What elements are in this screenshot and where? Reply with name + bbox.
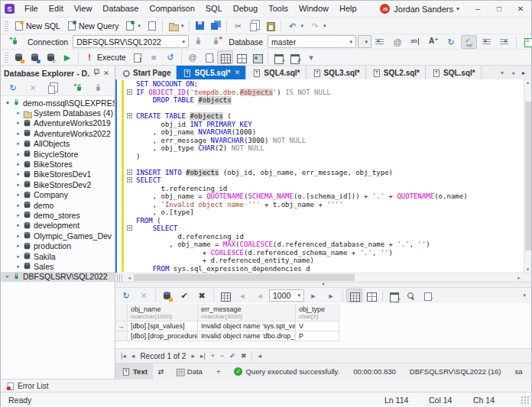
cut-button[interactable] [229,19,246,33]
vscroll-thumb[interactable] [525,102,531,250]
first-page-button[interactable] [234,289,251,302]
text-view-tab[interactable]: Text [115,363,153,380]
cancel-edit-icon[interactable]: ✖ [241,352,247,360]
new-object-button[interactable] [144,19,160,33]
navigator-scroll-left-icon[interactable]: ◂ [258,352,261,360]
tree-expander-icon[interactable]: ▸ [15,131,22,137]
last-record-icon[interactable]: ▸| [200,352,206,360]
maximize-button[interactable]: □ [488,1,510,17]
fold-collapse-icon[interactable] [127,225,132,231]
edit-database-button[interactable] [11,50,27,64]
disconnect-button[interactable]: × [208,35,224,49]
database-select[interactable]: master▾ [268,35,356,48]
schema-select[interactable]: ▾ [358,35,371,48]
previous-record-icon[interactable]: ◂ [131,352,135,360]
tree-expander-icon[interactable]: ▸ [15,171,22,177]
increase-indent-button[interactable] [496,35,512,49]
results-grid-button[interactable] [217,50,233,64]
tree-item-system-databases-4-[interactable]: ▸System Databases (4) [1,108,115,118]
tree-item-bicyclestore[interactable]: ▸BicycleStore [1,149,115,159]
tree-item-demo-stores[interactable]: ▸demo_stores [1,210,115,220]
results-toolbar-options-icon[interactable]: ▾ [523,292,529,299]
menu-item-comparison[interactable]: Comparison [144,1,200,17]
scroll-up-icon[interactable]: ▲ [526,80,530,85]
tree-expander-icon[interactable]: ▸ [15,233,22,239]
refresh-explorer-button[interactable] [5,81,21,95]
transpose-button[interactable] [217,289,233,302]
execute-script-button[interactable] [129,50,145,64]
paste-button[interactable] [262,19,278,33]
delete-row-button[interactable] [135,289,152,302]
tree-expander-icon[interactable]: ▸ [4,273,11,279]
tree-item-sakila[interactable]: ▸Sakila [1,251,115,261]
tree-expander-icon[interactable]: ▸ [15,151,22,157]
save-button[interactable] [192,19,208,33]
save-all-button[interactable] [208,19,224,33]
grid-cell[interactable]: Invalid object name 'sys.spt_values'. [198,321,296,331]
tree-expander-icon[interactable]: ▸ [15,243,22,249]
tree-expander-icon[interactable]: ▸ [15,141,22,147]
tab-start-page[interactable]: Start Page [115,66,177,79]
connection-select[interactable]: DBFSQLSRV\SQL2022▾ [73,35,189,48]
tree-expander-icon[interactable]: ▸ [15,202,22,208]
data-view-tab[interactable]: Data [170,363,208,380]
minimize-button[interactable]: – [467,1,488,17]
open-file-button[interactable]: ▾ [165,19,187,33]
pivot-view-button[interactable] [386,289,402,302]
scroll-tabs-right-icon[interactable]: ▸ [522,69,525,76]
close-button[interactable]: ✕ [510,1,531,17]
close-panel-icon[interactable]: ✕ [101,69,112,77]
tree-item-allobjects[interactable]: ▸AllObjects [1,139,115,149]
tree-expander-icon[interactable]: ▸ [15,254,22,260]
connection-name[interactable]: DBFSQLSRV\SQL2022 (16) [404,367,507,376]
last-page-button[interactable] [323,289,339,302]
close-tab-icon[interactable]: ✕ [235,69,241,76]
delete-connection-button[interactable] [24,81,41,95]
tab-sql-sql-[interactable]: SQL.sql* [426,66,482,79]
menu-item-view[interactable]: View [69,1,98,17]
document-toolbar-options-button[interactable] [303,50,320,64]
validate-sql-button[interactable] [461,35,477,49]
column-header-err_message[interactable]: err_messagenvarchar(3000) [198,304,296,321]
user-menu-caret-icon[interactable]: ▾ [456,5,459,12]
column-header-obj_name[interactable]: obj_namenvarchar(1000) [128,304,198,321]
tree-expander-icon[interactable]: ▸ [15,110,22,116]
editor-vertical-scrollbar[interactable]: ▲ ▼ [524,79,531,273]
post-changes-button[interactable] [176,289,193,302]
split-window-button[interactable] [287,50,303,64]
start-debug-button[interactable] [59,50,76,64]
refresh-results-button[interactable] [118,289,135,302]
results-image-button[interactable] [249,50,265,64]
export-data-button[interactable] [420,289,436,302]
editor-horizontal-scrollbar[interactable]: ◂ ▸ [115,273,531,282]
scroll-left-icon[interactable]: ◂ [125,275,134,281]
explorer-new-connection-button[interactable]: + [71,81,87,95]
tree-expander-icon[interactable]: ▾ [4,100,11,106]
fold-collapse-icon[interactable] [127,113,132,118]
query-history-button[interactable] [162,50,179,64]
toolbar-grip[interactable] [5,52,8,63]
resize-grip[interactable] [521,396,530,405]
tree-item-olympic-games-dev[interactable]: ▸Olympic_Games_Dev [1,231,115,241]
refresh-button[interactable] [443,35,459,49]
tree-item-bikestores[interactable]: ▸BikeStores [1,159,115,169]
column-header-obj_type[interactable]: obj_typechar(2) [296,304,339,321]
login-name[interactable]: sa [509,367,527,376]
copy-button[interactable] [246,19,262,33]
toolbar-grip[interactable] [5,21,8,31]
post-edit-icon[interactable]: ✔ [229,352,235,360]
tree-expander-icon[interactable]: ▸ [15,192,22,198]
hscroll-thumb[interactable] [134,274,355,281]
delete-record-icon[interactable]: − [220,352,224,360]
cancel-changes-button[interactable] [193,289,210,302]
grid-cell[interactable]: Invalid object name 'dbo.drop_table' [198,331,296,341]
menu-item-sql[interactable]: SQL [200,1,228,17]
fold-collapse-icon[interactable] [127,177,132,183]
error-list-bar[interactable]: Error List [1,379,531,392]
user-name[interactable]: Jordan Sanders [394,5,453,14]
tree-item-bikestoresdev2[interactable]: ▸BikeStoresDev2 [1,179,115,189]
tree-expander-icon[interactable]: ▸ [15,212,22,218]
tree-item-demo-mssql-sqlexpress[interactable]: ▾demo-mssql\SQLEXPRESS [1,98,115,108]
previous-page-button[interactable] [251,289,268,302]
redo-button[interactable]: ▾ [307,19,329,33]
